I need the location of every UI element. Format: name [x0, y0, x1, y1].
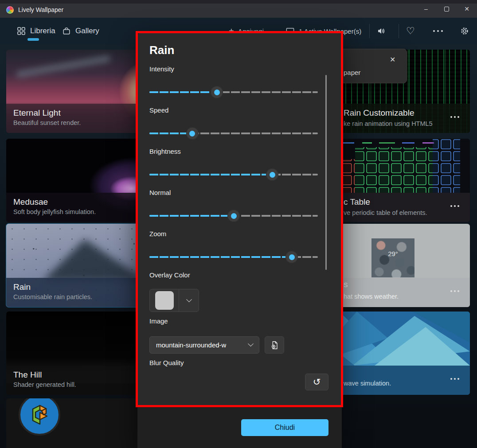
minimize-button[interactable]: –	[416, 0, 436, 18]
reset-icon: ↺	[313, 377, 321, 387]
weather-temperature: 29°	[371, 250, 414, 257]
bag-icon	[62, 27, 71, 35]
image-label: Image	[149, 317, 168, 325]
title-bar: Lively Wallpaper – ✕	[0, 0, 477, 18]
card-more-button[interactable]	[450, 290, 459, 292]
ellipsis-icon	[433, 30, 443, 32]
slider-thumb[interactable]	[227, 210, 240, 222]
close-button[interactable]: ✕	[457, 0, 477, 18]
card-description: hat shows weather.	[344, 293, 399, 300]
speed-slider[interactable]	[149, 127, 318, 140]
card-description: ke rain animation using HTML5	[344, 120, 433, 127]
chevron-down-icon	[248, 341, 254, 347]
customize-dialog: Rain Intensity Speed Brightness Normal Z…	[137, 33, 342, 448]
card-more-button[interactable]	[450, 205, 459, 207]
lively-logo-icon	[19, 398, 60, 436]
color-swatch	[155, 291, 174, 310]
maximize-button[interactable]	[436, 0, 457, 18]
zoom-slider[interactable]	[149, 251, 318, 263]
speaker-icon	[376, 26, 386, 36]
brightness-slider[interactable]	[149, 168, 318, 181]
slider-thumb[interactable]	[285, 251, 298, 263]
blur-quality-label: Blur Quality	[149, 359, 184, 366]
volume-button[interactable]	[376, 18, 386, 44]
flyout-text: paper	[344, 69, 360, 76]
window-title: Lively Wallpaper	[18, 6, 63, 13]
gear-icon	[460, 26, 469, 36]
more-menu-button[interactable]	[433, 18, 443, 44]
slider-thumb[interactable]	[186, 127, 199, 140]
grid-icon	[17, 27, 26, 35]
card-title: c Table	[344, 197, 370, 207]
dialog-footer: Chiudi	[137, 407, 342, 448]
reset-button[interactable]: ↺	[305, 374, 328, 390]
tab-library[interactable]: Libreria	[17, 18, 55, 44]
dialog-scrollbar[interactable]	[325, 75, 327, 270]
image-select[interactable]: mountain-surrounded-w	[149, 336, 259, 354]
app-logo-icon	[6, 6, 14, 14]
normal-slider[interactable]	[149, 210, 318, 222]
browse-image-button[interactable]	[265, 336, 284, 354]
overlay-color-label: Overlay Color	[149, 271, 190, 279]
overlay-color-picker[interactable]	[149, 289, 199, 312]
tab-library-label: Libreria	[30, 27, 55, 35]
tab-gallery-label: Gallery	[75, 27, 99, 35]
card-title: s	[344, 279, 348, 290]
color-dropdown-button[interactable]	[179, 289, 199, 312]
settings-button[interactable]	[460, 18, 469, 44]
image-select-value: mountain-surrounded-w	[156, 341, 226, 349]
heart-icon: ♡	[406, 25, 415, 37]
dialog-title: Rain	[149, 43, 174, 57]
flyout-close-icon[interactable]: ✕	[390, 55, 395, 64]
zoom-label: Zoom	[149, 230, 166, 238]
intensity-label: Intensity	[149, 65, 174, 73]
app-window: Lively Wallpaper – ✕ Libreria Gallery +	[0, 0, 477, 448]
close-dialog-button[interactable]: Chiudi	[241, 419, 328, 436]
active-tab-indicator	[27, 38, 39, 41]
chevron-down-icon	[186, 296, 192, 302]
nav-divider	[369, 24, 370, 38]
slider-thumb[interactable]	[211, 86, 223, 98]
maximize-icon	[444, 7, 449, 12]
normal-label: Normal	[149, 189, 171, 196]
card-more-button[interactable]	[450, 378, 459, 380]
speed-label: Speed	[149, 106, 168, 114]
color-swatch-button[interactable]	[150, 289, 179, 312]
card-description: ve periodic table of elements.	[344, 209, 427, 216]
card-title: Rain Customizable	[344, 108, 414, 118]
favorites-button[interactable]: ♡	[406, 18, 415, 44]
intensity-slider[interactable]	[149, 86, 318, 98]
nav-divider	[399, 24, 399, 38]
file-upload-icon	[270, 340, 279, 350]
card-description: wave simulation.	[344, 380, 391, 387]
card-more-button[interactable]	[450, 116, 459, 118]
brightness-label: Brightness	[149, 148, 181, 155]
tab-gallery[interactable]: Gallery	[62, 18, 99, 44]
slider-thumb[interactable]	[266, 168, 278, 181]
